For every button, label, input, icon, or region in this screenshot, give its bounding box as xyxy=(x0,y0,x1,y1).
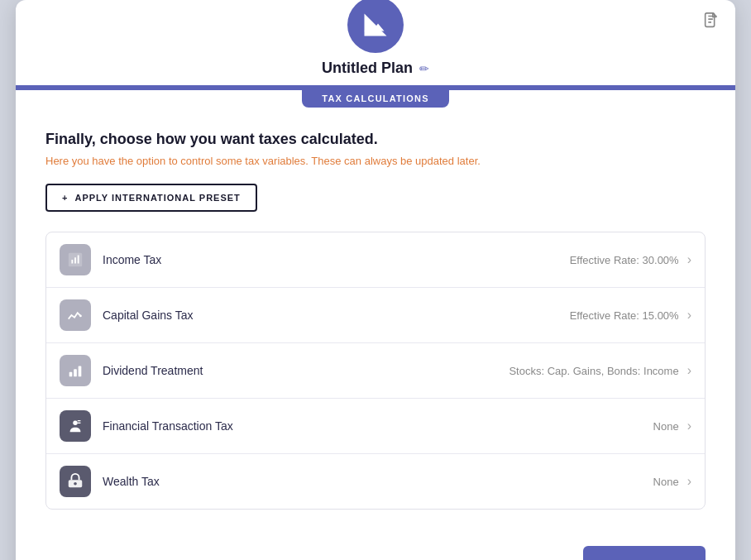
apply-international-preset-button[interactable]: + APPLY INTERNATIONAL PRESET xyxy=(45,184,257,212)
section-subtitle: Here you have the option to control some… xyxy=(45,155,706,167)
tab-label: TAX CALCULATIONS xyxy=(302,89,448,108)
svg-point-6 xyxy=(73,421,78,425)
svg-rect-5 xyxy=(79,366,82,377)
tax-row-wealth[interactable]: Wealth Tax None › xyxy=(46,454,705,509)
financial-transaction-name: Financial Transaction Tax xyxy=(103,419,653,433)
modal-header: Untitled Plan ✏ TAX CALCULATIONS xyxy=(16,0,735,108)
wealth-icon xyxy=(66,472,84,491)
wealth-value: None xyxy=(653,476,679,488)
capital-gains-chevron: › xyxy=(687,308,691,323)
tax-list: Income Tax Effective Rate: 30.00% › Capi… xyxy=(45,232,706,510)
income-tax-value: Effective Rate: 30.00% xyxy=(570,254,679,266)
apply-btn-label: APPLY INTERNATIONAL PRESET xyxy=(74,193,240,203)
dividend-icon xyxy=(66,361,84,380)
income-tax-chevron: › xyxy=(687,252,691,267)
capital-gains-name: Capital Gains Tax xyxy=(103,309,570,322)
svg-point-2 xyxy=(79,315,82,318)
dividend-chevron: › xyxy=(687,363,691,378)
section-title: Finally, choose how you want taxes calcu… xyxy=(45,131,706,148)
income-tax-icon xyxy=(66,251,84,269)
wealth-chevron: › xyxy=(687,474,691,489)
svg-point-10 xyxy=(74,482,77,486)
wealth-name: Wealth Tax xyxy=(103,475,653,488)
svg-rect-3 xyxy=(69,372,73,377)
modal-body: Finally, choose how you want taxes calcu… xyxy=(16,108,735,529)
financial-transaction-icon-box xyxy=(60,410,91,442)
capital-gains-value: Effective Rate: 15.00% xyxy=(570,309,679,322)
modal-footer: BACK CONFIRM xyxy=(16,529,735,560)
financial-transaction-chevron: › xyxy=(687,419,691,433)
tax-row-dividend[interactable]: Dividend Treatment Stocks: Cap. Gains, B… xyxy=(46,343,705,399)
tab-label-container: TAX CALCULATIONS xyxy=(302,89,448,108)
plus-icon: + xyxy=(62,193,68,203)
financial-transaction-icon xyxy=(66,417,84,435)
financial-transaction-value: None xyxy=(653,420,679,433)
dividend-value: Stocks: Cap. Gains, Bonds: Income xyxy=(509,365,678,377)
avatar xyxy=(347,0,404,53)
svg-rect-4 xyxy=(74,369,77,376)
doc-icon[interactable] xyxy=(702,12,720,33)
capital-gains-icon xyxy=(66,306,84,324)
confirm-button[interactable]: CONFIRM xyxy=(583,546,706,560)
dividend-icon-box xyxy=(60,355,91,386)
capital-gains-icon-box xyxy=(60,299,91,331)
chart-icon xyxy=(361,10,390,40)
modal-container: Untitled Plan ✏ TAX CALCULATIONS Finally… xyxy=(16,0,735,560)
edit-icon[interactable]: ✏ xyxy=(419,62,429,75)
plan-title-row: Untitled Plan ✏ xyxy=(322,60,429,77)
tax-row-income-tax[interactable]: Income Tax Effective Rate: 30.00% › xyxy=(46,232,705,288)
plan-title: Untitled Plan xyxy=(322,60,413,77)
tax-row-financial-transaction[interactable]: Financial Transaction Tax None › xyxy=(46,399,705,454)
income-tax-icon-box xyxy=(60,244,91,275)
tax-row-capital-gains[interactable]: Capital Gains Tax Effective Rate: 15.00%… xyxy=(46,288,705,343)
dividend-name: Dividend Treatment xyxy=(103,364,509,377)
income-tax-name: Income Tax xyxy=(103,253,570,266)
wealth-icon-box xyxy=(60,466,91,497)
